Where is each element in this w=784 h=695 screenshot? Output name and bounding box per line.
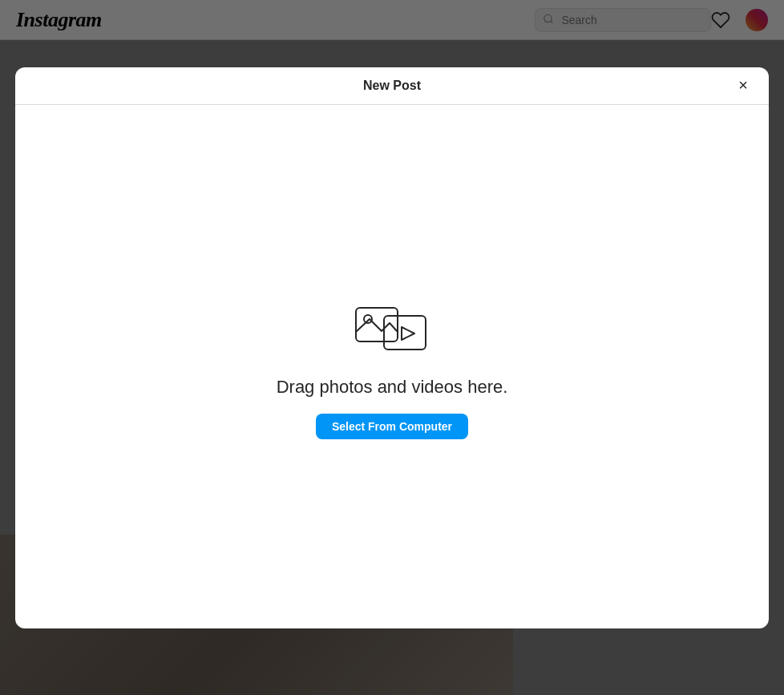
media-icon xyxy=(352,293,432,361)
modal-body[interactable]: Drag photos and videos here. Select From… xyxy=(15,105,769,628)
modal-header: New Post × xyxy=(15,67,769,105)
select-from-computer-button[interactable]: Select From Computer xyxy=(316,414,468,439)
svg-marker-11 xyxy=(402,327,414,340)
svg-rect-10 xyxy=(384,316,426,350)
drop-zone-text: Drag photos and videos here. xyxy=(277,377,508,398)
close-button[interactable]: × xyxy=(730,73,756,99)
modal-overlay: New Post × Drag photos and videos here. … xyxy=(0,0,784,695)
new-post-modal: New Post × Drag photos and videos here. … xyxy=(15,67,769,628)
modal-title: New Post xyxy=(363,79,421,93)
svg-point-9 xyxy=(364,315,372,323)
